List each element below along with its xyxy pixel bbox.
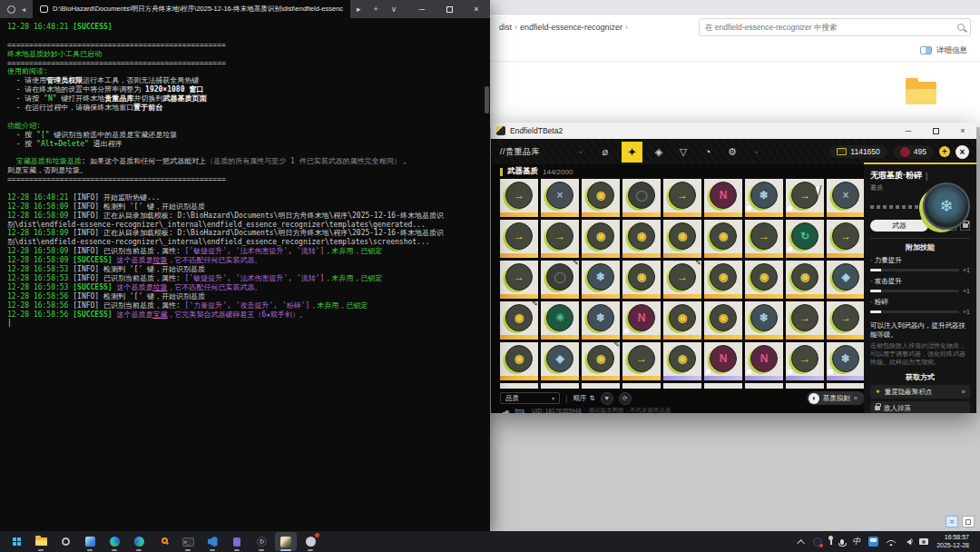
terminal-scrollbar[interactable] bbox=[485, 86, 489, 113]
essence-tile[interactable]: → bbox=[827, 301, 865, 340]
terminal-tab[interactable]: D:\BioHazard\Documents\明日方舟终末地\程序\2025-1… bbox=[33, 0, 350, 18]
essence-replicate-button[interactable]: ◖ 基质拟刻 » bbox=[807, 391, 865, 405]
essence-tile[interactable]: ◉ bbox=[704, 220, 742, 258]
essence-tile[interactable]: → bbox=[500, 179, 538, 217]
minimize-button[interactable]: ─ bbox=[408, 0, 436, 18]
essence-tile[interactable]: ◉ bbox=[622, 261, 661, 299]
edge-icon[interactable] bbox=[103, 532, 125, 551]
weapon-tag-button[interactable]: 武器 bbox=[870, 220, 928, 232]
essence-tile[interactable]: ◉ bbox=[663, 342, 701, 380]
essence-tile[interactable]: N bbox=[704, 179, 742, 217]
close-button[interactable]: × bbox=[463, 0, 490, 18]
game-titlebar[interactable]: EndfieldTBeta2 ─ × bbox=[491, 123, 976, 139]
explorer-search-box[interactable] bbox=[699, 18, 971, 36]
essence-tile[interactable]: ◉ bbox=[582, 179, 620, 217]
essence-tile[interactable]: → bbox=[663, 179, 701, 217]
settings-icon[interactable] bbox=[54, 532, 76, 551]
breadcrumb[interactable]: dist›endfield-essence-recognizer› bbox=[499, 23, 631, 32]
essence-tile[interactable]: ◉ bbox=[582, 220, 620, 258]
maximize-button[interactable] bbox=[436, 0, 463, 18]
essence-tile[interactable]: → bbox=[745, 220, 783, 258]
tab-scroll-right-icon[interactable]: ▸ bbox=[350, 5, 368, 14]
terminal-app-icon[interactable]: >_ bbox=[177, 532, 199, 551]
new-tab-button[interactable]: + bbox=[368, 5, 385, 14]
tab-blueprint[interactable]: ◈ bbox=[651, 143, 667, 160]
minimize-button[interactable]: ─ bbox=[895, 123, 922, 139]
essence-tile[interactable]: ◉ bbox=[663, 220, 701, 258]
essence-tile[interactable]: ◉✎ bbox=[500, 301, 538, 340]
essence-tile[interactable]: ◉ bbox=[704, 301, 742, 340]
start-button[interactable] bbox=[5, 532, 27, 551]
essence-tile[interactable]: ◯✎ bbox=[541, 261, 579, 299]
essence-tile[interactable]: ❄ bbox=[827, 342, 865, 380]
tab-consumable[interactable]: ◔ bbox=[700, 143, 716, 160]
endfield-game-icon[interactable] bbox=[275, 532, 297, 551]
tray-mic-icon[interactable] bbox=[840, 539, 844, 545]
category-name[interactable]: 武器基质 bbox=[507, 166, 538, 177]
essence-tile[interactable]: ◉ bbox=[745, 261, 783, 299]
tab-no-weapon[interactable]: ⌀ bbox=[597, 143, 613, 160]
essence-tile[interactable]: × bbox=[827, 179, 865, 217]
essence-tile[interactable]: ❄ bbox=[745, 179, 783, 217]
essence-tile[interactable]: N bbox=[745, 342, 783, 380]
maximize-button[interactable] bbox=[922, 123, 949, 139]
terminal-output[interactable]: 12-28 16:48:21 [SUCCESS] ===============… bbox=[0, 18, 490, 532]
tray-chevron-icon[interactable] bbox=[799, 539, 805, 545]
essence-tile[interactable]: → bbox=[786, 179, 824, 217]
filter-button[interactable]: ▼ bbox=[601, 392, 613, 405]
mini-window-button[interactable] bbox=[962, 516, 975, 527]
essence-tile[interactable]: N bbox=[622, 301, 661, 340]
essence-tile[interactable]: → bbox=[500, 261, 538, 299]
close-depot-button[interactable]: × bbox=[956, 145, 969, 159]
tray-wifi-icon[interactable] bbox=[887, 538, 896, 546]
essence-tile[interactable]: ◉ bbox=[622, 220, 661, 258]
tab-dropdown-button[interactable]: ∨ bbox=[385, 5, 404, 14]
edge-beta-icon[interactable] bbox=[128, 532, 150, 551]
tray-pin-icon[interactable] bbox=[830, 538, 832, 545]
photos-icon[interactable] bbox=[79, 532, 101, 551]
essence-tile[interactable]: ❄ bbox=[582, 261, 620, 299]
file-explorer-icon[interactable] bbox=[30, 532, 52, 551]
essence-tile[interactable]: ❄ bbox=[745, 301, 783, 340]
essence-tile[interactable]: ◈ bbox=[541, 342, 579, 380]
tray-news-icon[interactable] bbox=[868, 537, 878, 547]
tray-camera-icon[interactable] bbox=[919, 538, 928, 545]
sort-dropdown[interactable]: 品质 ▾ bbox=[500, 392, 560, 404]
essence-tile[interactable]: ◉ bbox=[786, 261, 824, 299]
essence-tile[interactable]: × bbox=[541, 179, 579, 217]
essence-tile[interactable]: →✎ bbox=[663, 261, 701, 299]
tab-scroll-left-icon[interactable]: ◂ bbox=[22, 5, 25, 14]
essence-tile[interactable]: N bbox=[704, 342, 742, 380]
essence-tile[interactable]: ◉ bbox=[500, 342, 538, 380]
essence-tile[interactable]: → bbox=[500, 220, 538, 258]
tray-ime-indicator[interactable]: 中 bbox=[852, 536, 860, 547]
alarm-app-icon[interactable] bbox=[299, 532, 321, 551]
tray-volume-icon[interactable] bbox=[904, 539, 911, 545]
recycle-button[interactable]: ⟳ bbox=[619, 392, 632, 405]
tab-material[interactable]: ▽ bbox=[675, 143, 691, 160]
essence-tile[interactable]: → bbox=[622, 342, 661, 380]
essence-tile[interactable]: ◯ bbox=[622, 179, 661, 217]
essence-tile[interactable]: ❄ bbox=[582, 301, 620, 340]
essence-tile[interactable]: ↻ bbox=[786, 220, 824, 258]
acquire-source-node[interactable]: ✦重度隐蔽聚积点» bbox=[870, 385, 970, 399]
add-currency-button[interactable]: + bbox=[939, 146, 950, 157]
order-toggle[interactable]: 顺序 ⇅ bbox=[573, 394, 594, 403]
tab-more[interactable]: ▪ bbox=[749, 143, 765, 160]
search-app-icon[interactable] bbox=[152, 532, 174, 551]
essence-tile[interactable]: → bbox=[827, 220, 865, 258]
breadcrumb-item[interactable]: dist bbox=[499, 23, 512, 32]
acquire-enemy-drop[interactable]: 敌人掉落 bbox=[870, 401, 970, 413]
essence-tile[interactable]: → bbox=[786, 342, 824, 380]
breadcrumb-item[interactable]: endfield-essence-recognizer bbox=[520, 23, 622, 32]
mini-menu-button[interactable]: = bbox=[946, 516, 958, 527]
search-input[interactable] bbox=[705, 23, 957, 32]
tab-essence[interactable]: ✦ bbox=[622, 142, 642, 163]
terminal-titlebar[interactable]: ◂ D:\BioHazard\Documents\明日方舟终末地\程序\2025… bbox=[0, 0, 490, 18]
tray-steam-icon[interactable] bbox=[813, 537, 822, 547]
plugin-app-icon[interactable] bbox=[226, 532, 248, 551]
essence-tile[interactable]: ◈ bbox=[827, 261, 865, 299]
folder-icon[interactable] bbox=[906, 82, 936, 104]
close-button[interactable]: × bbox=[949, 123, 976, 139]
essence-tile[interactable]: ◉ bbox=[663, 301, 701, 340]
